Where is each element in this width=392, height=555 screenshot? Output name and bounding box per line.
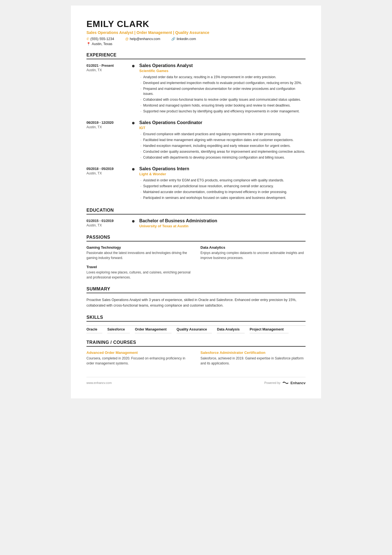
passions-list: Gaming Technology Passionate about the l… [86, 245, 306, 280]
bullet-item: Supported software and jurisdictional is… [139, 184, 306, 189]
skills-list: OracleSalesforceOrder ManagementQuality … [86, 325, 306, 333]
education-item-0: 01/2015 - 01/2019 Austin, TX Bachelor of… [86, 218, 306, 228]
training-desc: Salesforce, achieved in 2019. Gained exp… [200, 356, 306, 366]
summary-text: Proactive Sales Operations Analyst with … [86, 297, 306, 308]
bullet-item: Handled exception management, including … [139, 143, 306, 148]
exp-date: 05/2018 - 05/2019 [86, 167, 128, 171]
email-icon: @ [125, 37, 128, 41]
bullet-item: Analyzed order data for accuracy, result… [139, 75, 306, 80]
location-icon: 📍 [86, 42, 91, 46]
exp-job-title: Sales Operations Intern [139, 166, 306, 171]
edu-dot [132, 220, 135, 223]
experience-item-2: 05/2018 - 05/2019 Austin, TX Sales Opera… [86, 166, 306, 201]
experience-list: 01/2021 - Present Austin, TX Sales Opera… [86, 63, 306, 201]
exp-dot-col [131, 120, 135, 161]
skills-section-title: SKILLS [86, 315, 306, 322]
passion-item-1: Data Analytics Enjoys analyzing complex … [200, 245, 306, 260]
exp-date: 06/2019 - 12/2020 [86, 121, 128, 125]
linkedin-icon: 🔗 [171, 37, 175, 41]
passion-desc: Enjoys analyzing complex datasets to unc… [200, 250, 306, 260]
exp-date-col: 01/2021 - Present Austin, TX [86, 63, 131, 115]
exp-dot [132, 122, 135, 124]
exp-company: Light & Wonder [139, 172, 306, 176]
bullet-item: Supported new product launches by identi… [139, 109, 306, 114]
passion-desc: Loves exploring new places, cultures, an… [86, 270, 192, 280]
page-footer: www.enhancv.com Powered by Enhancv [86, 377, 306, 385]
bullet-item: Collaborated with cross-functional teams… [139, 97, 306, 102]
exp-dot-col [131, 63, 135, 115]
passion-title: Travel [86, 265, 192, 269]
education-list: 01/2015 - 01/2019 Austin, TX Bachelor of… [86, 218, 306, 228]
exp-location: Austin, TX [86, 171, 128, 175]
passion-title: Gaming Technology [86, 245, 192, 250]
location-contact: 📍 Austin, Texas [86, 42, 306, 46]
phone-icon: ✆ [86, 37, 89, 41]
training-list: Advanced Order Management Coursera, comp… [86, 351, 306, 366]
training-section-title: TRAINING / COURSES [86, 340, 306, 347]
resume-page: EMILY CLARK Sales Operations Analyst | O… [71, 6, 321, 398]
enhancv-logo-icon [282, 381, 289, 385]
footer-brand: Powered by Enhancv [264, 381, 306, 385]
email-value: help@enhancv.com [130, 37, 160, 41]
location-value: Austin, Texas [92, 42, 112, 46]
bullet-item: Participated in seminars and workshops f… [139, 195, 306, 200]
summary-section: SUMMARY Proactive Sales Operations Analy… [86, 287, 306, 308]
experience-section-title: EXPERIENCE [86, 53, 306, 59]
footer-website: www.enhancv.com [86, 381, 112, 384]
exp-company: Scientific Games [139, 69, 306, 73]
phone-value: (555) 555-1234 [90, 37, 114, 41]
exp-company: IGT [139, 126, 306, 130]
bullet-item: Ensured compliance with standard practic… [139, 132, 306, 137]
bullet-item: Facilitated lead time management alignin… [139, 137, 306, 142]
passions-section-title: PASSIONS [86, 235, 306, 241]
bullet-item: Monitored and managed system holds, ensu… [139, 103, 306, 108]
bullet-item: Maintained accurate order documentation,… [139, 189, 306, 194]
passion-empty-cell [200, 265, 306, 280]
bullet-item: Conducted order quality assessments, ide… [139, 149, 306, 154]
bullet-item: Collaborated with departments to develop… [139, 155, 306, 160]
passion-item-0: Gaming Technology Passionate about the l… [86, 245, 192, 260]
header-contacts: ✆ (555) 555-1234 @ help@enhancv.com 🔗 li… [86, 37, 306, 41]
edu-location: Austin, TX [86, 223, 128, 227]
candidate-name: EMILY CLARK [86, 19, 306, 29]
exp-bullets: Analyzed order data for accuracy, result… [139, 75, 306, 114]
training-section: TRAINING / COURSES Advanced Order Manage… [86, 340, 306, 366]
skill-item-1: Salesforce [107, 326, 130, 333]
bullet-item: Developed and implemented inspection met… [139, 80, 306, 85]
edu-content-col: Bachelor of Business Administration Univ… [135, 218, 306, 228]
passion-item-2: Travel Loves exploring new places, cultu… [86, 265, 192, 280]
passion-title: Data Analytics [200, 245, 306, 250]
bullet-item: Prepared and maintained comprehensive do… [139, 86, 306, 96]
exp-content-col: Sales Operations Intern Light & Wonder A… [135, 166, 306, 201]
enhancv-brand-name: Enhancv [291, 381, 306, 385]
exp-bullets: Ensured compliance with standard practic… [139, 132, 306, 160]
candidate-title: Sales Operations Analyst | Order Managem… [86, 30, 306, 35]
edu-date-col: 01/2015 - 01/2019 Austin, TX [86, 218, 131, 228]
education-section: EDUCATION 01/2015 - 01/2019 Austin, TX B… [86, 208, 306, 228]
experience-item-0: 01/2021 - Present Austin, TX Sales Opera… [86, 63, 306, 115]
powered-by-label: Powered by [264, 381, 281, 384]
training-item-1: Salesforce Administrator Certification S… [200, 351, 306, 366]
passions-section: PASSIONS Gaming Technology Passionate ab… [86, 235, 306, 280]
skill-item-5: Project Management [250, 326, 289, 333]
exp-bullets: Assisted in order entry for EGM and ETG … [139, 178, 306, 200]
exp-date-col: 05/2018 - 05/2019 Austin, TX [86, 166, 131, 201]
edu-dot-col [131, 218, 135, 228]
passion-desc: Passionate about the latest innovations … [86, 250, 192, 260]
summary-section-title: SUMMARY [86, 287, 306, 293]
training-desc: Coursera, completed in 2020. Focused on … [86, 356, 192, 366]
skill-item-4: Data Analysis [217, 326, 245, 333]
exp-job-title: Sales Operations Analyst [139, 63, 306, 68]
linkedin-value: linkedin.com [177, 37, 196, 41]
bullet-item: Assisted in order entry for EGM and ETG … [139, 178, 306, 183]
exp-dot-col [131, 166, 135, 201]
experience-item-1: 06/2019 - 12/2020 Austin, TX Sales Opera… [86, 120, 306, 161]
exp-location: Austin, TX [86, 68, 128, 72]
skills-section: SKILLS OracleSalesforceOrder ManagementQ… [86, 315, 306, 333]
skill-item-0: Oracle [86, 326, 102, 333]
edu-date: 01/2015 - 01/2019 [86, 219, 128, 223]
training-title: Advanced Order Management [86, 351, 192, 355]
education-section-title: EDUCATION [86, 208, 306, 214]
skill-item-3: Quality Assurance [177, 326, 212, 333]
exp-location: Austin, TX [86, 125, 128, 129]
